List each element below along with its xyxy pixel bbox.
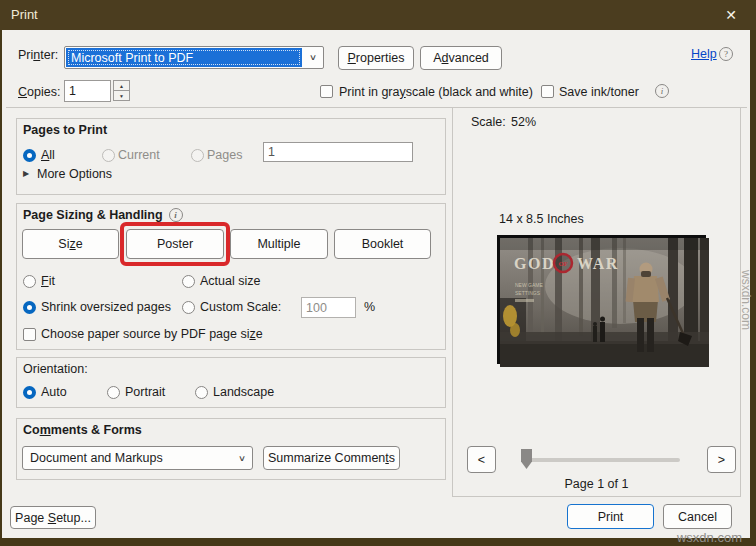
radio-auto[interactable] [23, 386, 36, 399]
radio-fit-label: Fit [41, 274, 55, 288]
window-title: Print [11, 7, 38, 22]
chevron-down-icon: ∨ [303, 50, 323, 66]
printer-select[interactable]: Microsoft Print to PDF ∨ [64, 46, 324, 69]
close-icon: ✕ [725, 7, 737, 23]
god-of-war-preview-art: GOD OF WAR NEW GAME SETTINGS [500, 238, 709, 367]
page-dimensions: 14 x 8.5 Inches [499, 212, 584, 226]
radio-shrink-pages[interactable] [23, 301, 36, 314]
help-link[interactable]: Help [691, 47, 717, 61]
info-icon[interactable]: i [169, 208, 183, 222]
page-setup-button[interactable]: Page Setup... [10, 506, 96, 529]
next-icon: > [718, 453, 725, 467]
save-ink-checkbox[interactable] [541, 85, 554, 98]
percent-label: % [364, 300, 375, 314]
comments-dropdown[interactable]: Document and Markups ∨ [22, 446, 253, 470]
previous-page-button[interactable]: < [467, 446, 496, 473]
watermark-side: wsxdn.com [739, 270, 753, 330]
radio-portrait-label: Portrait [125, 385, 165, 399]
expander-triangle-icon[interactable]: ▶ [23, 169, 29, 178]
radio-current[interactable] [102, 149, 115, 162]
paper-source-checkbox[interactable] [23, 328, 36, 341]
close-button[interactable]: ✕ [712, 0, 750, 30]
radio-all[interactable] [23, 149, 36, 162]
printer-label: Printer: [18, 48, 58, 62]
print-dialog-window: Print ✕ Printer: Microsoft Print to PDF … [0, 0, 756, 546]
size-button[interactable]: Size [22, 229, 119, 259]
radio-landscape-label: Landscape [213, 385, 274, 399]
pages-to-print-group: Pages to Print All Current Pages 1 ▶ Mor… [16, 118, 446, 195]
radio-shrink-pages-label: Shrink oversized pages [41, 300, 171, 314]
poster-title-of: OF [558, 260, 567, 267]
radio-actual-size-label: Actual size [200, 274, 260, 288]
comments-forms-title: Comments & Forms [23, 423, 142, 437]
chevron-down-icon: ∨ [232, 450, 252, 467]
help-icon[interactable]: ? [719, 47, 733, 61]
page-indicator: Page 1 of 1 [453, 477, 740, 491]
paper-source-label: Choose paper source by PDF page size [41, 327, 263, 341]
summarize-comments-button[interactable]: Summarize Comments [263, 446, 400, 470]
advanced-button[interactable]: Advanced [420, 46, 502, 70]
cancel-button[interactable]: Cancel [663, 504, 732, 529]
info-icon[interactable]: i [655, 84, 669, 98]
copies-stepper: ▲ ▼ [113, 80, 130, 101]
copies-input[interactable]: 1 [64, 80, 111, 102]
scale-value: 52% [511, 115, 536, 129]
next-page-button[interactable]: > [707, 446, 736, 473]
dialog-body: Printer: Microsoft Print to PDF ∨ Proper… [2, 30, 750, 538]
radio-auto-label: Auto [41, 385, 67, 399]
poster-title-god: GOD [514, 255, 555, 272]
arrow-down-icon: ▼ [119, 93, 124, 99]
arrow-up-icon: ▲ [119, 83, 124, 89]
stepper-down-button[interactable]: ▼ [113, 90, 130, 101]
properties-button[interactable]: Properties [338, 46, 414, 70]
radio-all-label: All [41, 148, 55, 162]
pages-range-input[interactable]: 1 [263, 142, 413, 162]
radio-pages[interactable] [191, 149, 204, 162]
copies-label: Copies: [18, 85, 60, 99]
poster-menu-item: NEW GAME [515, 282, 543, 288]
printer-selected-value: Microsoft Print to PDF [66, 48, 302, 67]
radio-landscape[interactable] [195, 386, 208, 399]
radio-custom-scale[interactable] [182, 301, 195, 314]
comments-dropdown-value: Document and Markups [30, 451, 163, 465]
more-options-expander[interactable]: More Options [37, 167, 112, 181]
radio-fit[interactable] [23, 275, 36, 288]
pages-to-print-title: Pages to Print [23, 123, 107, 137]
page-preview-thumbnail: GOD OF WAR NEW GAME SETTINGS [497, 235, 706, 364]
page-sizing-group: Page Sizing & Handling i Size Poster Mul… [16, 203, 446, 350]
poster-title-war: WAR [577, 255, 619, 272]
preview-panel: Scale: 52% 14 x 8.5 Inches [452, 107, 741, 497]
custom-scale-input[interactable]: 100 [301, 297, 356, 318]
orientation-group: Orientation: Auto Portrait Landscape [16, 357, 446, 408]
grayscale-label: Print in grayscale (black and white) [339, 85, 533, 99]
booklet-button[interactable]: Booklet [334, 229, 431, 259]
print-button[interactable]: Print [567, 504, 654, 529]
poster-highlight-annotation [120, 222, 230, 266]
page-sizing-title: Page Sizing & Handling i [23, 208, 183, 222]
radio-current-label: Current [118, 148, 160, 162]
multiple-button[interactable]: Multiple [230, 229, 328, 259]
radio-actual-size[interactable] [182, 275, 195, 288]
comments-forms-group: Comments & Forms Document and Markups ∨ … [16, 418, 446, 480]
save-ink-label: Save ink/toner [559, 85, 639, 99]
grayscale-checkbox[interactable] [320, 85, 333, 98]
radio-pages-label: Pages [207, 148, 242, 162]
radio-custom-scale-label: Custom Scale: [200, 300, 281, 314]
page-slider-thumb[interactable] [521, 449, 532, 469]
previous-icon: < [478, 453, 485, 467]
watermark: wsxdn.com [677, 530, 742, 545]
page-slider-track[interactable] [521, 458, 680, 462]
poster-menu-item: SETTINGS [515, 290, 541, 296]
orientation-title: Orientation: [23, 362, 88, 376]
title-bar: Print ✕ [0, 0, 756, 30]
scale-label: Scale: [471, 115, 506, 129]
radio-portrait[interactable] [107, 386, 120, 399]
